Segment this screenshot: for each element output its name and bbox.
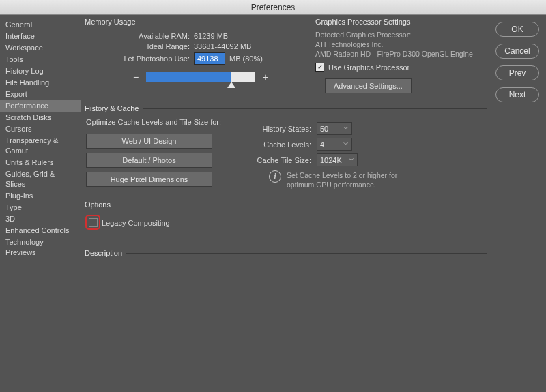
optimize-label: Optimize Cache Levels and Tile Size for: [86, 118, 228, 126]
main-layout: GeneralInterfaceWorkspaceToolsHistory Lo… [0, 15, 546, 392]
sidebar: GeneralInterfaceWorkspaceToolsHistory Lo… [0, 15, 81, 392]
ideal-range-value: 33681-44092 MB [194, 42, 251, 50]
sidebar-item-technology-previews[interactable]: Technology Previews [0, 237, 81, 258]
description-group: Description [85, 249, 487, 303]
available-ram-label: Available RAM: [85, 32, 194, 40]
sidebar-item-units-rulers[interactable]: Units & Rulers [0, 157, 81, 168]
sidebar-item-enhanced-controls[interactable]: Enhanced Controls [0, 225, 81, 237]
sidebar-item-transparency-gamut[interactable]: Transparency & Gamut [0, 135, 81, 157]
detected-gpu-label: Detected Graphics Processor: [315, 30, 487, 40]
sidebar-item-cursors[interactable]: Cursors [0, 123, 81, 135]
sidebar-item-file-handling[interactable]: File Handling [0, 77, 81, 89]
chevron-down-icon: ﹀ [349, 156, 354, 164]
preset-web-button[interactable]: Web / UI Design [86, 134, 212, 149]
gpu-vendor: ATI Technologies Inc. [315, 40, 487, 49]
sidebar-item-scratch-disks[interactable]: Scratch Disks [0, 112, 81, 123]
use-gpu-checkbox-row[interactable]: ✓ Use Graphics Processor [315, 63, 487, 72]
use-gpu-label: Use Graphics Processor [328, 63, 410, 72]
chevron-down-icon: ﹀ [343, 125, 349, 132]
sidebar-item-performance[interactable]: Performance [0, 100, 81, 112]
window-title: Preferences [251, 3, 296, 12]
memory-slider-thumb[interactable] [227, 82, 235, 88]
memory-slider[interactable] [146, 72, 255, 82]
gpu-model: AMD Radeon HD - FirePro D300 OpenGL Engi… [315, 49, 487, 59]
let-photoshop-input[interactable] [194, 52, 225, 65]
memory-increase-button[interactable]: + [262, 72, 269, 82]
graphics-processor-group: Graphics Processor Settings Detected Gra… [310, 18, 487, 100]
options-group: Options Legacy Compositing [85, 200, 487, 245]
ideal-range-label: Ideal Range: [85, 42, 194, 50]
content-area: Memory Usage Available RAM: 61239 MB Ide… [81, 15, 491, 392]
info-icon: i [269, 170, 281, 183]
sidebar-item-guides-grid-slices[interactable]: Guides, Grid & Slices [0, 168, 81, 190]
prev-button[interactable]: Prev [495, 65, 539, 80]
memory-legend: Memory Usage [85, 18, 140, 26]
history-cache-group: History & Cache Optimize Cache Levels an… [85, 104, 487, 196]
window-titlebar: Preferences [0, 0, 546, 15]
cache-levels-select[interactable]: 4﹀ [317, 138, 352, 151]
legacy-compositing-row[interactable]: Legacy Compositing [89, 218, 487, 227]
advanced-settings-button[interactable]: Advanced Settings... [325, 78, 412, 93]
cache-tile-select[interactable]: 1024K﹀ [317, 153, 358, 166]
sidebar-item-plug-ins[interactable]: Plug-Ins [0, 190, 81, 202]
preset-default-button[interactable]: Default / Photos [86, 153, 212, 168]
cache-levels-label: Cache Levels: [228, 140, 317, 149]
cancel-button[interactable]: Cancel [495, 44, 539, 59]
cache-tile-label: Cache Tile Size: [228, 156, 317, 164]
sidebar-item-tools[interactable]: Tools [0, 54, 81, 65]
cache-tip: Set Cache Levels to 2 or higher for opti… [287, 170, 403, 190]
legacy-compositing-checkbox[interactable] [89, 218, 98, 227]
let-photoshop-label: Let Photoshop Use: [85, 55, 194, 63]
chevron-down-icon: ﹀ [343, 140, 349, 148]
sidebar-item-3d[interactable]: 3D [0, 213, 81, 225]
options-legend: Options [85, 200, 115, 209]
sidebar-item-type[interactable]: Type [0, 202, 81, 213]
dialog-buttons: OK Cancel Prev Next [491, 15, 546, 392]
memory-slider-fill [146, 72, 231, 82]
sidebar-item-workspace[interactable]: Workspace [0, 42, 81, 54]
ok-button[interactable]: OK [495, 22, 539, 37]
description-legend: Description [85, 249, 126, 257]
history-states-label: History States: [228, 125, 317, 133]
history-legend: History & Cache [85, 104, 143, 112]
gpu-legend: Graphics Processor Settings [315, 18, 414, 26]
sidebar-item-export[interactable]: Export [0, 89, 81, 100]
use-gpu-checkbox[interactable]: ✓ [315, 63, 324, 72]
memory-usage-group: Memory Usage Available RAM: 61239 MB Ide… [85, 18, 310, 100]
history-states-select[interactable]: 50﹀ [317, 122, 352, 135]
next-button[interactable]: Next [495, 87, 539, 102]
sidebar-item-general[interactable]: General [0, 19, 81, 31]
memory-decrease-button[interactable]: − [132, 72, 139, 82]
sidebar-item-history-log[interactable]: History Log [0, 65, 81, 77]
legacy-compositing-label: Legacy Compositing [102, 219, 170, 227]
sidebar-item-interface[interactable]: Interface [0, 31, 81, 42]
preset-huge-button[interactable]: Huge Pixel Dimensions [86, 172, 212, 187]
let-photoshop-suffix: MB (80%) [229, 55, 263, 63]
available-ram-value: 61239 MB [194, 32, 228, 40]
